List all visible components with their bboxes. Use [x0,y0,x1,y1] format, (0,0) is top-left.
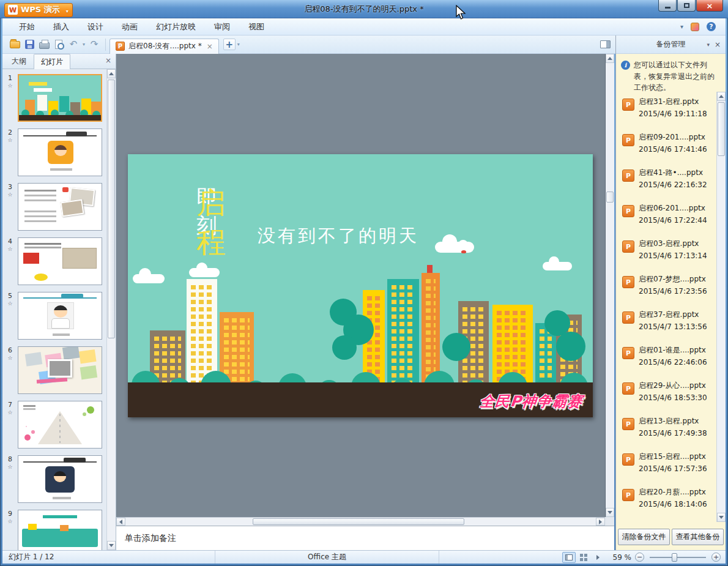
animation-star-icon: ☆ [2,518,18,525]
backup-file-item[interactable]: P 启程31-启程.pptx 2015/4/6 19:11:18 [622,97,716,119]
scrollbar-track[interactable] [107,78,116,541]
slide-canvas[interactable]: 即刻 启程 没有到不了的明天 全民P神争霸赛 [116,54,605,517]
skin-theme-icon[interactable] [691,23,699,31]
new-tab-dropdown-icon[interactable]: ▾ [236,42,242,47]
backup-file-item[interactable]: P 启程09-201....pptx 2015/4/6 17:41:46 [622,132,716,154]
backup-file-item[interactable]: P 启程03-启程.pptx 2015/4/6 17:13:14 [622,239,716,261]
scroll-right-icon[interactable] [596,518,605,526]
backup-file-item[interactable]: P 启程01-谁是....pptx 2015/4/6 22:46:06 [622,345,716,367]
scrollbar-track[interactable] [125,518,596,526]
menu-tab-view[interactable]: 视图 [239,18,273,35]
clear-backups-button[interactable]: 清除备份文件 [618,529,670,545]
quick-toolbar: ↶ ▾ ↷ P 启程08-没有....pptx * × + ▾ [2,35,615,54]
normal-view-button[interactable] [562,552,576,563]
notes-input[interactable]: 单击添加备注 [116,526,614,550]
new-document-tab-button[interactable]: + [223,39,236,50]
scrollbar-track[interactable] [606,63,614,508]
maximize-button[interactable] [677,0,696,12]
zoom-slider[interactable] [650,557,706,558]
backup-list-scrollbar[interactable] [716,92,726,522]
menu-tab-review[interactable]: 审阅 [205,18,239,35]
scrollbar-track[interactable] [717,101,726,513]
slide-thumbnail-row: 7 ☆ [2,401,106,449]
minimize-button[interactable] [658,0,677,12]
redo-button[interactable]: ↷ [87,37,102,52]
panel-close-icon[interactable]: × [715,40,721,49]
print-preview-button[interactable] [51,37,66,52]
canvas-vertical-scrollbar[interactable] [605,54,614,517]
task-pane-toggle-icon[interactable] [600,40,611,48]
menu-tab-design[interactable]: 设计 [78,18,113,35]
slide-thumbnail-7[interactable] [18,401,102,449]
panel-close-icon[interactable]: × [105,56,111,65]
building [422,273,440,387]
menu-tab-home[interactable]: 开始 [10,18,44,35]
slide-thumbnail-5[interactable] [18,292,102,340]
backup-file-name: 启程13-启程.pptx [639,416,707,426]
slide-thumbnail-9[interactable] [18,510,102,550]
zoom-in-button[interactable]: + [711,553,721,562]
backup-file-item[interactable]: P 启程41-路•....pptx 2015/4/6 22:16:32 [622,168,716,190]
view-other-backups-button[interactable]: 查看其他备份 [672,529,724,545]
backup-file-item[interactable]: P 启程13-启程.pptx 2015/4/6 17:49:38 [622,416,716,438]
canvas-horizontal-scrollbar[interactable] [116,517,605,526]
backup-file-time: 2015/4/6 18:14:06 [639,499,707,509]
scroll-up-icon[interactable] [107,69,116,78]
scroll-down-icon[interactable] [606,508,614,517]
backup-file-item[interactable]: P 启程20-月薪....pptx 2015/4/6 18:14:06 [622,487,716,509]
slide-thumbnail-2[interactable] [18,128,102,176]
zoom-slider-handle[interactable] [672,553,677,562]
wps-app-menu-button[interactable]: W WPS 演示 ▾ [4,3,73,17]
slide-1-canvas[interactable]: 即刻 启程 没有到不了的明天 全民P神争霸赛 [128,154,593,417]
slide-thumbnail-6[interactable] [18,346,102,394]
menu-tab-insert[interactable]: 插入 [44,18,78,35]
collapse-ribbon-icon[interactable]: ▾ [680,23,683,30]
scrollbar-thumb[interactable] [718,102,725,156]
backup-file-item[interactable]: P 启程06-201....pptx 2015/4/6 17:22:44 [622,203,716,225]
zoom-out-button[interactable]: − [635,553,644,562]
scrollbar-corner [605,517,614,526]
save-button[interactable] [22,37,37,52]
slide-thumbnail-4[interactable] [18,237,102,285]
slideshow-button[interactable] [592,552,605,563]
scroll-up-icon[interactable] [717,92,726,101]
scroll-left-icon[interactable] [116,518,125,526]
menu-tab-slideshow[interactable]: 幻灯片放映 [147,18,205,35]
wps-logo-icon: W [8,5,18,15]
slides-panel-scrollbar[interactable] [106,69,116,550]
backup-file-time: 2015/4/7 13:13:56 [639,322,707,332]
panel-dropdown-icon[interactable]: ▾ [707,42,710,48]
slide-subtitle-textbox[interactable]: 没有到不了的明天 [258,224,419,248]
slide-thumbnail-8[interactable] [18,455,102,503]
thumb-art-shape [64,458,86,463]
scroll-down-icon[interactable] [107,541,116,550]
tab-outline[interactable]: 大纲 [4,53,34,69]
menu-tab-animation[interactable]: 动画 [113,18,147,35]
scroll-up-icon[interactable] [606,54,614,63]
undo-button[interactable]: ↶ [66,37,81,52]
document-tab-close-icon[interactable]: × [207,42,213,51]
scrollbar-thumb[interactable] [108,80,115,338]
backup-file-item[interactable]: P 启程29-从心....pptx 2015/4/6 18:53:30 [622,381,716,403]
print-button[interactable] [37,37,51,52]
thumb-art-shape [51,318,70,329]
scroll-down-icon[interactable] [717,513,726,522]
backup-file-item[interactable]: P 启程15-启程....pptx 2015/4/6 17:57:36 [622,452,716,474]
slides-panel-tabs: 大纲 幻灯片 × [2,54,116,69]
undo-dropdown-icon[interactable]: ▾ [81,42,87,47]
close-button[interactable]: × [696,0,723,12]
slide-sorter-button[interactable] [577,552,590,563]
slide-thumbnail-1[interactable] [18,74,102,122]
help-icon[interactable]: ? [707,22,716,31]
document-tab[interactable]: P 启程08-没有....pptx * × [110,39,219,54]
backup-file-item[interactable]: P 启程37-启程.pptx 2015/4/7 13:13:56 [622,310,716,332]
tab-slides[interactable]: 幻灯片 [34,54,70,69]
animation-star-icon: ☆ [2,300,18,307]
backup-file-item[interactable]: P 启程07-梦想....pptx 2015/4/6 17:23:56 [622,274,716,296]
statusbar: 幻灯片 1 / 12 Office 主题 59 % − + [2,550,726,564]
scrollbar-thumb[interactable] [606,192,614,203]
slide-thumbnail-3[interactable] [18,183,102,231]
slide-number-label: 8 [8,455,12,463]
scrollbar-thumb[interactable] [253,518,464,525]
open-file-button[interactable] [7,37,22,52]
